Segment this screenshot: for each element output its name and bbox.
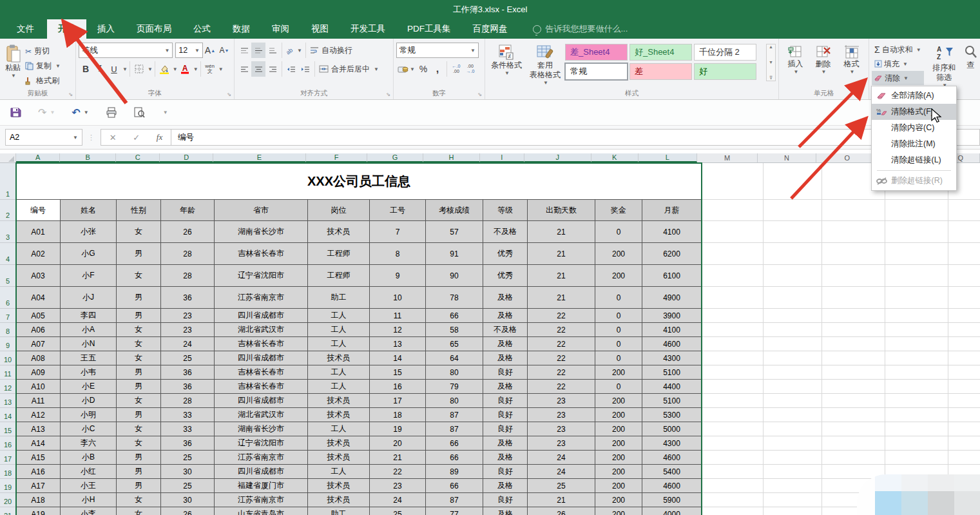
cell[interactable]: 200: [595, 465, 642, 479]
header-cell[interactable]: 等级: [483, 200, 528, 221]
row-header-8[interactable]: 8: [0, 323, 16, 337]
save-button[interactable]: [10, 107, 21, 118]
cell[interactable]: 小明: [61, 408, 117, 422]
cell[interactable]: A19: [16, 507, 61, 515]
row-header-19[interactable]: 19: [0, 479, 16, 493]
copy-button[interactable]: 复制 ▼: [23, 59, 62, 73]
cell[interactable]: 13: [370, 337, 426, 351]
cell[interactable]: 及格: [483, 337, 528, 351]
cell[interactable]: 66: [426, 479, 483, 493]
cell[interactable]: 36: [161, 380, 215, 394]
cell[interactable]: 四川省成都市: [215, 351, 308, 365]
fill-button[interactable]: 填充 ▼: [872, 57, 924, 71]
header-cell[interactable]: 省市: [215, 200, 308, 221]
cell[interactable]: 24: [161, 337, 215, 351]
font-name-combobox[interactable]: 等线▼: [79, 43, 173, 58]
header-cell[interactable]: 性别: [117, 200, 161, 221]
dialog-launcher-icon[interactable]: ⇘: [386, 92, 390, 97]
cell[interactable]: 女: [117, 493, 161, 507]
header-cell[interactable]: 姓名: [61, 200, 117, 221]
cell[interactable]: 8: [370, 243, 426, 265]
header-cell[interactable]: 工号: [370, 200, 426, 221]
row-header-14[interactable]: 14: [0, 408, 16, 422]
cell[interactable]: 200: [595, 451, 642, 465]
cell[interactable]: 工程师: [308, 243, 370, 265]
cell[interactable]: 小N: [61, 337, 117, 351]
cell[interactable]: 技术员: [308, 351, 370, 365]
increase-decimal-button[interactable]: ←.0.00: [449, 61, 463, 77]
header-cell[interactable]: 考核成绩: [426, 200, 483, 221]
cell[interactable]: 男: [117, 465, 161, 479]
cell[interactable]: 4100: [642, 323, 702, 337]
cell[interactable]: 小E: [61, 380, 117, 394]
underline-button[interactable]: U: [107, 61, 121, 77]
cell[interactable]: 优秀: [483, 265, 528, 287]
cell[interactable]: 20: [370, 436, 426, 451]
menu-item-清除超链接(L)[interactable]: 清除超链接(L): [872, 152, 956, 168]
cell[interactable]: A18: [16, 493, 61, 507]
comma-style-button[interactable]: ,: [430, 61, 445, 77]
cell[interactable]: A17: [16, 479, 61, 493]
column-header-K[interactable]: K: [591, 153, 639, 162]
select-all-corner[interactable]: [0, 153, 16, 162]
cell[interactable]: 26: [528, 507, 595, 515]
cell[interactable]: 22: [528, 365, 595, 380]
increase-indent-icon[interactable]: [298, 61, 312, 77]
cell[interactable]: 不及格: [483, 323, 528, 337]
row-header-10[interactable]: 10: [0, 351, 16, 365]
namebox-resize-handle[interactable]: ⋮: [88, 133, 95, 142]
number-format-combobox[interactable]: 常规▼: [396, 43, 479, 58]
cell[interactable]: A03: [16, 265, 61, 287]
cell[interactable]: 18: [370, 408, 426, 422]
cell[interactable]: 30: [161, 493, 215, 507]
cell[interactable]: 男: [117, 365, 161, 380]
row-header-18[interactable]: 18: [0, 465, 16, 479]
tab-公式[interactable]: 公式: [182, 19, 222, 39]
cell[interactable]: 22: [370, 465, 426, 479]
cell[interactable]: 15: [370, 365, 426, 380]
cell[interactable]: 女: [117, 265, 161, 287]
cell[interactable]: 良好: [483, 465, 528, 479]
chevron-down-icon[interactable]: ▼: [148, 66, 153, 72]
print-preview-button[interactable]: [134, 107, 145, 118]
cell[interactable]: 21: [528, 287, 595, 309]
cell[interactable]: A09: [16, 365, 61, 380]
quick-print-button[interactable]: [106, 107, 117, 118]
enter-icon[interactable]: ✓: [133, 133, 140, 142]
align-top-icon[interactable]: [237, 43, 251, 58]
cell[interactable]: 工人: [308, 422, 370, 436]
cell[interactable]: 5300: [642, 408, 702, 422]
cell[interactable]: 200: [595, 436, 642, 451]
tab-PDF工具集[interactable]: PDF工具集: [396, 19, 462, 39]
cell[interactable]: 0: [595, 221, 642, 243]
cell[interactable]: 80: [426, 394, 483, 408]
cell[interactable]: 17: [370, 394, 426, 408]
cell[interactable]: A04: [16, 287, 61, 309]
cell[interactable]: 16: [370, 380, 426, 394]
cell[interactable]: 李六: [61, 436, 117, 451]
qat-customize-button[interactable]: ▼: [163, 110, 168, 115]
cell[interactable]: 87: [426, 493, 483, 507]
row-header-6[interactable]: 6: [0, 287, 16, 309]
redo-button[interactable]: ↷▼: [38, 106, 55, 119]
cell[interactable]: 0: [595, 323, 642, 337]
active-cell-A2[interactable]: 编号: [16, 200, 61, 221]
cell[interactable]: 33: [161, 408, 215, 422]
sort-filter-button[interactable]: AZ 排序和筛选 ▼: [927, 43, 962, 90]
chevron-down-icon[interactable]: ▼: [122, 66, 128, 72]
menu-item-删除超链接(R)[interactable]: 删除超链接(R): [872, 173, 956, 189]
cell[interactable]: 小B: [61, 451, 117, 465]
cell-style-好_Sheet4[interactable]: 好_Sheet4: [629, 44, 692, 61]
insert-function-icon[interactable]: fx: [157, 132, 162, 142]
cell[interactable]: 0: [595, 351, 642, 365]
cell[interactable]: 14: [370, 351, 426, 365]
cell[interactable]: A11: [16, 394, 61, 408]
cell[interactable]: A01: [16, 221, 61, 243]
wrap-text-button[interactable]: 自动换行: [308, 43, 354, 58]
header-cell[interactable]: 出勤天数: [528, 200, 595, 221]
cell[interactable]: 男: [117, 451, 161, 465]
cell[interactable]: 良好: [483, 493, 528, 507]
column-header-G[interactable]: G: [367, 153, 423, 162]
chevron-down-icon[interactable]: ▼: [218, 66, 224, 72]
column-header-J[interactable]: J: [524, 153, 591, 162]
